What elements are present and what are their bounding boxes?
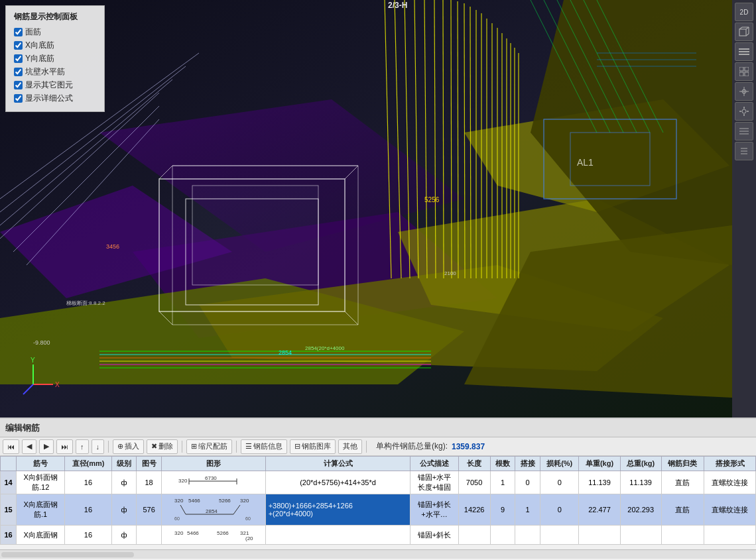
- svg-text:5466: 5466: [188, 498, 200, 504]
- cell-grade-16[interactable]: ф: [111, 526, 137, 545]
- checkbox-show-formula[interactable]: 显示详细公式: [14, 93, 96, 104]
- cell-category-15[interactable]: 直筋: [661, 494, 704, 526]
- nav-next-button[interactable]: ▶: [39, 439, 54, 454]
- cell-shape-15[interactable]: 320 5466 5266 320 2854 60 60: [161, 494, 265, 526]
- cell-desc-15[interactable]: 锚固+斜长+水平…: [410, 494, 458, 526]
- panel-title: 编辑钢筋: [5, 422, 40, 434]
- nav-down-button[interactable]: ↓: [92, 439, 105, 454]
- col-count: 根数: [490, 457, 515, 471]
- cell-splice-14[interactable]: 直螺纹连接: [704, 471, 756, 494]
- cell-totalwt-15[interactable]: 202.293: [620, 494, 661, 526]
- scale-icon: ⊞: [191, 442, 197, 451]
- cell-figure-15[interactable]: 576: [137, 494, 162, 526]
- cell-figure-14[interactable]: 18: [137, 471, 162, 494]
- cell-figure-16[interactable]: [137, 526, 162, 545]
- data-table-wrapper[interactable]: 筋号 直径(mm) 级别 图号 图形 计算公式 公式描述 长度 根数 搭接 损耗…: [0, 456, 756, 549]
- checkbox-show-other[interactable]: 显示其它图元: [14, 80, 96, 91]
- table-row[interactable]: 14 X向斜面钢筋.12 16 ф 18 320 6730: [1, 471, 756, 494]
- cell-totalwt-16[interactable]: [620, 526, 661, 545]
- other-button[interactable]: 其他: [338, 439, 362, 454]
- checkbox-y-bottom-rebar[interactable]: Y向底筋: [14, 53, 96, 64]
- svg-text:Y: Y: [31, 357, 35, 364]
- cell-length-14[interactable]: 7050: [458, 471, 490, 494]
- svg-text:-9.800: -9.800: [33, 339, 50, 346]
- nav-prev-button[interactable]: ◀: [22, 439, 36, 454]
- nav-last-button[interactable]: ⏭: [56, 439, 73, 454]
- delete-icon: ✖: [151, 442, 157, 451]
- cell-category-14[interactable]: 直筋: [661, 471, 704, 494]
- cell-loss-15[interactable]: 0: [540, 494, 578, 526]
- scene-canvas: 5256 2854 2854(20*d+4000 3456 AL1 2/3-H …: [0, 0, 732, 418]
- svg-rect-87: [739, 54, 749, 55]
- cell-length-15[interactable]: 14226: [458, 494, 490, 526]
- cell-diameter-15[interactable]: 16: [65, 494, 111, 526]
- cell-count-15[interactable]: 9: [490, 494, 515, 526]
- cube-button[interactable]: [735, 23, 753, 41]
- crosshair-button[interactable]: [735, 82, 753, 101]
- cell-splice-15[interactable]: 直螺纹连接: [704, 494, 756, 526]
- rebar-library-button[interactable]: ⊟ 钢筋图库: [290, 439, 336, 454]
- control-panel-title: 钢筋显示控制面板: [14, 11, 96, 23]
- viewport-3d[interactable]: 5256 2854 2854(20*d+4000 3456 AL1 2/3-H …: [0, 0, 756, 418]
- svg-rect-86: [739, 51, 749, 52]
- cell-unitwt-16[interactable]: [579, 526, 620, 545]
- scale-rebar-button[interactable]: ⊞ 缩尺配筋: [186, 439, 232, 454]
- view-2d-button[interactable]: 2D: [735, 3, 753, 21]
- checkbox-face-rebar[interactable]: 面筋: [14, 27, 96, 38]
- cell-formula-16[interactable]: [265, 526, 410, 545]
- table-row[interactable]: 16 X向底面钢 16 ф 320 5466 5266 321 (20+1: [1, 526, 756, 545]
- cell-grade-15[interactable]: ф: [111, 494, 137, 526]
- horizontal-scrollbar[interactable]: [0, 549, 756, 559]
- nav-up-button[interactable]: ↑: [76, 439, 89, 454]
- cell-formula-14[interactable]: (20*d+5756)+414+35*d: [265, 471, 410, 494]
- svg-rect-20: [192, 186, 318, 285]
- scrollbar-thumb[interactable]: [1, 552, 134, 557]
- cell-shape-14[interactable]: 320 6730: [161, 471, 265, 494]
- rebar-info-button[interactable]: ☰ 钢筋信息: [241, 439, 287, 454]
- cell-diameter-16[interactable]: 16: [65, 526, 111, 545]
- cell-count-14[interactable]: 1: [490, 471, 515, 494]
- cell-desc-16[interactable]: 锚固+斜长: [410, 526, 458, 545]
- cell-unitwt-15[interactable]: 22.477: [579, 494, 620, 526]
- cell-shape-16[interactable]: 320 5466 5266 321 (20+1: [161, 526, 265, 545]
- svg-text:5266: 5266: [219, 498, 231, 504]
- cell-count-16[interactable]: [490, 526, 515, 545]
- menu-button[interactable]: [735, 142, 753, 160]
- checkbox-wall-horizontal-rebar[interactable]: 坑壁水平筋: [14, 66, 96, 78]
- checkbox-x-bottom-rebar[interactable]: X向底筋: [14, 40, 96, 51]
- cell-name-16[interactable]: X向底面钢: [17, 526, 65, 545]
- cell-name-14[interactable]: X向斜面钢筋.12: [17, 471, 65, 494]
- cell-diameter-14[interactable]: 16: [65, 471, 111, 494]
- cell-overlap-14[interactable]: 0: [515, 471, 540, 494]
- col-splice-type: 搭接形式: [704, 457, 756, 471]
- cell-overlap-15[interactable]: 1: [515, 494, 540, 526]
- list-button[interactable]: [735, 122, 753, 140]
- nav-first-button[interactable]: ⏮: [3, 439, 19, 454]
- svg-text:AL1: AL1: [577, 157, 594, 168]
- cell-totalwt-14[interactable]: 11.139: [620, 471, 661, 494]
- insert-button[interactable]: ⊕ 插入: [113, 439, 144, 454]
- cell-loss-14[interactable]: 0: [540, 471, 578, 494]
- cell-splice-16[interactable]: [704, 526, 756, 545]
- cell-unitwt-14[interactable]: 11.139: [579, 471, 620, 494]
- col-loss: 损耗(%): [540, 457, 578, 471]
- svg-text:3456: 3456: [106, 243, 119, 250]
- delete-button[interactable]: ✖ 删除: [147, 439, 178, 454]
- settings-button[interactable]: [735, 102, 753, 121]
- cell-category-16[interactable]: [661, 526, 704, 545]
- cell-loss-16[interactable]: [540, 526, 578, 545]
- info-icon: ☰: [245, 442, 252, 451]
- layers-button[interactable]: [735, 42, 753, 61]
- table-row[interactable]: 15 X向底面钢筋.1 16 ф 576 320 5466 5266 320: [1, 494, 756, 526]
- svg-text:320: 320: [178, 478, 188, 484]
- cell-length-16[interactable]: [458, 526, 490, 545]
- cell-formula-15[interactable]: +3800)+1666+2854+1266+(20*d+4000): [265, 494, 410, 526]
- cell-overlap-16[interactable]: [515, 526, 540, 545]
- cell-name-15[interactable]: X向底面钢筋.1: [17, 494, 65, 526]
- grid-button[interactable]: [735, 62, 753, 81]
- cell-grade-14[interactable]: ф: [111, 471, 137, 494]
- separator-4: [366, 441, 367, 453]
- cell-desc-14[interactable]: 锚固+水平长度+锚固: [410, 471, 458, 494]
- svg-rect-91: [745, 72, 749, 76]
- weight-label: 单构件钢筋总量(kg):: [376, 441, 448, 452]
